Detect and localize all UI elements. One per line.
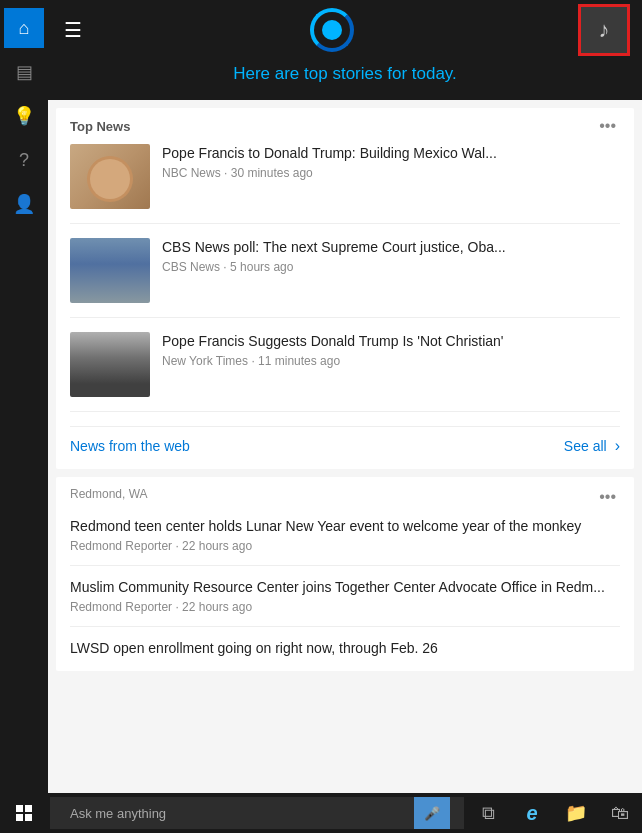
sidebar-item-person[interactable]: 👤 [4,184,44,224]
store-button[interactable]: 🛍 [598,793,642,833]
store-icon: 🛍 [611,803,629,824]
news-item-title: CBS News poll: The next Supreme Court ju… [162,238,620,256]
news-item-meta: NBC News · 30 minutes ago [162,166,620,180]
taskbar-app-icons: ⧉ e 📁 🛍 [466,793,642,833]
edge-button[interactable]: e [510,793,554,833]
sidebar: ⌂ ▤ 💡 ? 👤 [0,0,48,793]
see-all-row: News from the web See all › [70,426,620,459]
cortana-subtitle: Here are top stories for today. [48,60,642,100]
cortana-panel: ☰ ♪ Here are top stories for today. Top … [48,0,642,793]
news-content: CBS News poll: The next Supreme Court ju… [162,238,620,274]
search-placeholder-text: Ask me anything [62,806,414,821]
local-news-source: Redmond Reporter [70,600,172,614]
taskbar-mic-button[interactable]: 🎤 [414,797,450,829]
news-thumbnail [70,332,150,397]
local-news-time: 22 hours ago [182,600,252,614]
chevron-right-icon: › [615,437,620,455]
svg-rect-3 [25,814,32,821]
news-item[interactable]: Pope Francis Suggests Donald Trump Is 'N… [70,332,620,412]
local-news-header: Redmond, WA ••• [70,487,620,507]
news-item-title: Pope Francis Suggests Donald Trump Is 'N… [162,332,620,350]
news-item[interactable]: Pope Francis to Donald Trump: Building M… [70,144,620,224]
top-news-more-button[interactable]: ••• [595,118,620,134]
svg-rect-2 [16,814,23,821]
start-button[interactable] [0,793,48,833]
svg-rect-0 [16,805,23,812]
top-news-header: Top News ••• [70,118,620,134]
windows-icon [16,805,32,821]
edge-icon: e [526,802,537,825]
news-thumbnail [70,144,150,209]
local-news-source: Redmond Reporter [70,539,172,553]
news-time: 30 minutes ago [231,166,313,180]
local-news-item[interactable]: Redmond teen center holds Lunar New Year… [70,517,620,566]
cortana-header: ☰ ♪ [48,0,642,60]
sidebar-item-lightbulb[interactable]: 💡 [4,96,44,136]
news-time: 5 hours ago [230,260,293,274]
local-news-section: Redmond, WA ••• Redmond teen center hold… [56,477,634,671]
crowd-thumbnail-image [70,332,150,397]
cortana-subtitle-text: Here are top stories for today. [233,64,457,83]
music-button[interactable]: ♪ [578,4,630,56]
local-news-meta: Redmond Reporter · 22 hours ago [70,600,620,614]
building-thumbnail-image [70,238,150,303]
task-view-icon: ⧉ [482,803,495,824]
hamburger-button[interactable]: ☰ [60,16,86,44]
top-news-section: Top News ••• Pope Francis to Donald Trum… [56,108,634,469]
local-news-more-button[interactable]: ••• [595,489,620,505]
news-content: Pope Francis Suggests Donald Trump Is 'N… [162,332,620,368]
cortana-ring-icon [310,8,354,52]
sidebar-item-help[interactable]: ? [4,140,44,180]
top-news-title: Top News [70,119,130,134]
sidebar-item-home[interactable]: ⌂ [4,8,44,48]
news-source: New York Times [162,354,248,368]
news-time: 11 minutes ago [258,354,340,368]
cortana-inner-icon [322,20,342,40]
news-source: CBS News [162,260,220,274]
news-item-meta: New York Times · 11 minutes ago [162,354,620,368]
local-news-item[interactable]: LWSD open enrollment going on right now,… [70,639,620,658]
trump-thumbnail-image [70,144,150,209]
news-source: NBC News [162,166,221,180]
mic-icon: 🎤 [424,806,440,821]
location-label: Redmond, WA [70,487,148,501]
taskbar: Ask me anything 🎤 ⧉ e 📁 🛍 [0,793,642,833]
local-news-title: LWSD open enrollment going on right now,… [70,639,620,658]
music-icon: ♪ [599,17,610,43]
file-explorer-button[interactable]: 📁 [554,793,598,833]
taskbar-search-area[interactable]: Ask me anything 🎤 [50,797,464,829]
local-news-time: 22 hours ago [182,539,252,553]
local-news-title: Redmond teen center holds Lunar New Year… [70,517,620,536]
news-separator: · [224,166,231,180]
news-item-meta: CBS News · 5 hours ago [162,260,620,274]
sidebar-item-notebook[interactable]: ▤ [4,52,44,92]
folder-icon: 📁 [565,802,587,824]
svg-rect-1 [25,805,32,812]
cortana-logo [307,5,357,55]
news-thumbnail [70,238,150,303]
local-news-item[interactable]: Muslim Community Resource Center joins T… [70,578,620,627]
local-news-meta: Redmond Reporter · 22 hours ago [70,539,620,553]
task-view-button[interactable]: ⧉ [466,793,510,833]
local-news-title: Muslim Community Resource Center joins T… [70,578,620,597]
news-item-title: Pope Francis to Donald Trump: Building M… [162,144,620,162]
news-content: Pope Francis to Donald Trump: Building M… [162,144,620,180]
see-all-link[interactable]: See all [564,438,607,454]
news-from-web-label: News from the web [70,438,190,454]
news-item[interactable]: CBS News poll: The next Supreme Court ju… [70,238,620,318]
